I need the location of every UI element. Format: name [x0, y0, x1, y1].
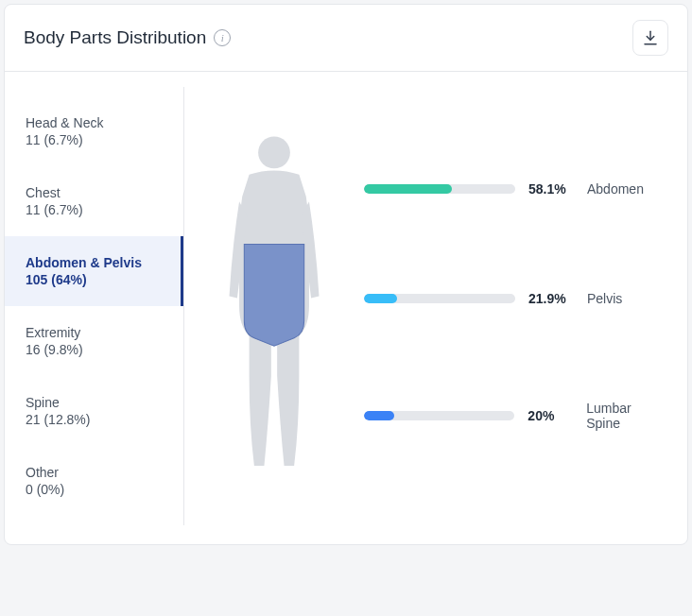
sidebar-item-other[interactable]: Other 0 (0%)	[5, 446, 183, 516]
body-parts-sidebar: Head & Neck 11 (6.7%) Chest 11 (6.7%) Ab…	[5, 87, 184, 525]
bar-fill	[364, 411, 394, 420]
sidebar-item-label: Other	[26, 465, 164, 480]
sidebar-item-chest[interactable]: Chest 11 (6.7%)	[5, 166, 183, 236]
sidebar-item-value: 21 (12.8%)	[26, 412, 164, 427]
sidebar-item-extremity[interactable]: Extremity 16 (9.8%)	[5, 306, 183, 376]
sidebar-item-value: 0 (0%)	[26, 482, 164, 497]
bar-fill	[364, 184, 452, 194]
card-title: Body Parts Distribution	[24, 27, 206, 48]
download-button[interactable]	[632, 20, 668, 56]
body-silhouette-icon	[203, 127, 345, 486]
sidebar-item-head-neck[interactable]: Head & Neck 11 (6.7%)	[5, 96, 183, 166]
bar-track	[364, 411, 514, 420]
bar-row-lumbar-spine: 20% Lumbar Spine	[364, 401, 668, 431]
sidebar-item-value: 105 (64%)	[26, 272, 164, 287]
breakdown-bars: 58.1% Abdomen 21.9% Pelvis 20% Lumbar Sp…	[355, 96, 668, 516]
bar-row-abdomen: 58.1% Abdomen	[364, 181, 668, 197]
svg-point-0	[258, 137, 290, 169]
sidebar-item-value: 11 (6.7%)	[26, 132, 164, 147]
sidebar-item-abdomen-pelvis[interactable]: Abdomen & Pelvis 105 (64%)	[5, 236, 183, 306]
sidebar-item-value: 16 (9.8%)	[26, 342, 164, 357]
bar-row-pelvis: 21.9% Pelvis	[364, 291, 668, 306]
sidebar-item-spine[interactable]: Spine 21 (12.8%)	[5, 376, 183, 446]
sidebar-item-label: Spine	[26, 395, 164, 410]
sidebar-item-value: 11 (6.7%)	[26, 202, 164, 217]
bar-label: Abdomen	[587, 181, 644, 197]
bar-label: Lumbar Spine	[586, 401, 668, 431]
bar-percent: 20%	[528, 408, 573, 423]
sidebar-item-label: Abdomen & Pelvis	[26, 255, 164, 270]
bar-percent: 58.1%	[528, 181, 574, 197]
card-body: Head & Neck 11 (6.7%) Chest 11 (6.7%) Ab…	[5, 72, 687, 544]
card-header: Body Parts Distribution i	[5, 5, 687, 72]
bar-track	[364, 184, 515, 194]
main-panel: 58.1% Abdomen 21.9% Pelvis 20% Lumbar Sp…	[184, 87, 687, 525]
body-parts-distribution-card: Body Parts Distribution i Head & Neck 11…	[4, 4, 688, 545]
body-figure	[194, 96, 355, 516]
bar-track	[364, 294, 515, 303]
bar-percent: 21.9%	[528, 291, 574, 306]
body-highlight-abdomen-pelvis	[244, 245, 303, 347]
info-icon[interactable]: i	[214, 29, 231, 46]
bar-fill	[364, 294, 397, 303]
sidebar-item-label: Chest	[26, 185, 164, 200]
card-title-wrap: Body Parts Distribution i	[24, 27, 231, 48]
sidebar-item-label: Extremity	[26, 325, 164, 340]
sidebar-item-label: Head & Neck	[26, 115, 164, 130]
download-icon	[642, 29, 659, 46]
bar-label: Pelvis	[587, 291, 622, 306]
